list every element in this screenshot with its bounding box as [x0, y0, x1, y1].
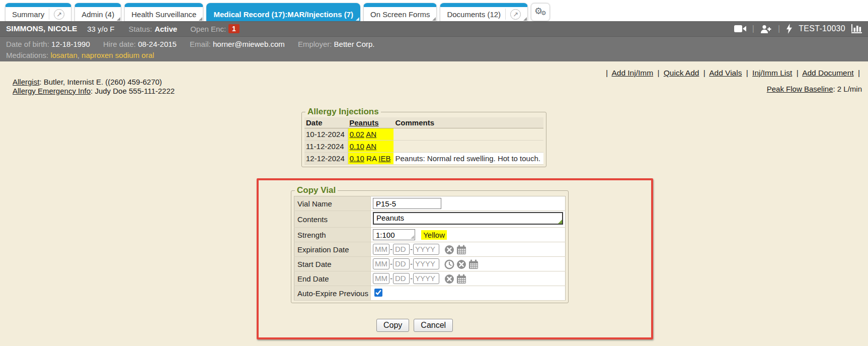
add-person-icon[interactable] [760, 25, 772, 33]
peak-flow-baseline-link[interactable]: Peak Flow Baseline [767, 85, 833, 93]
contents-textarea[interactable]: Peanuts [373, 212, 563, 225]
video-camera-icon[interactable] [734, 25, 746, 33]
expiration-year-input[interactable] [413, 244, 439, 255]
dob-value: 12-18-1990 [51, 40, 90, 48]
employer-value: Better Corp. [334, 40, 375, 48]
allergy-contacts: Allergist: Butler, Internist E. ((260) 4… [13, 78, 175, 95]
external-arrow-icon[interactable]: ↗ [54, 9, 64, 20]
medication-link[interactable]: naproxen sodium oral [82, 51, 154, 59]
clock-icon[interactable] [444, 259, 454, 269]
calendar-icon[interactable] [456, 274, 466, 284]
calendar-icon[interactable] [468, 259, 479, 269]
bar-chart-icon[interactable] [851, 24, 862, 33]
vial-name-input[interactable] [373, 198, 441, 209]
quick-add-link[interactable]: Quick Add [664, 68, 699, 77]
open-enc-label: Open Enc: [190, 25, 226, 33]
code-link[interactable]: AN [366, 142, 376, 151]
clear-circle-icon[interactable] [456, 259, 466, 269]
tab-divider [505, 9, 506, 20]
tab-summary[interactable]: Summary ↗ [5, 3, 71, 21]
injection-date: 12-12-2024 [304, 153, 348, 165]
tab-documents[interactable]: Documents (12) ↗ [440, 3, 528, 21]
injection-comment [393, 141, 543, 153]
injection-dose-cell: 0.10 AN [348, 141, 393, 153]
tab-health-surveillance[interactable]: Health Surveillance [124, 3, 203, 21]
injection-date: 10-12-2024 [304, 128, 348, 141]
patient-bar-actions: | | TEST-10030 [734, 24, 862, 34]
form-row-auto-expire: Auto-Expire Previous [294, 286, 566, 301]
expiration-day-input[interactable] [393, 244, 410, 255]
strength-color-note: Yellow [421, 230, 447, 240]
dialog-buttons: Copy Cancel [376, 319, 453, 332]
expiration-month-input[interactable] [373, 244, 389, 255]
auto-expire-checkbox[interactable] [374, 289, 382, 297]
allergist-link[interactable]: Allergist [13, 78, 39, 86]
allergy-injections-title: Allergy Injections [305, 107, 381, 117]
dose-link[interactable]: 0.10 [350, 142, 364, 151]
code-link[interactable]: AN [366, 130, 376, 139]
dose-link[interactable]: 0.02 [350, 130, 364, 139]
status-label: Status: [128, 25, 152, 33]
injection-dose-cell: 0.02 AN [348, 128, 393, 141]
code-link[interactable]: IEB [378, 154, 390, 163]
copy-button[interactable]: Copy [376, 319, 409, 332]
injection-comment [393, 128, 543, 141]
dose-link[interactable]: 0.10 [350, 154, 364, 163]
tab-medical-record[interactable]: Medical Record (17):MAR/Injections (7) [206, 3, 360, 21]
email-value: horner@mieweb.com [213, 40, 285, 48]
medications-label: Medications: [6, 51, 48, 59]
form-row-end-date: End Date -- [294, 271, 566, 286]
end-day-input[interactable] [393, 273, 410, 284]
link-separator: | [657, 68, 659, 77]
open-enc-badge[interactable]: 1 [228, 24, 240, 33]
allergy-injections-table: Date Peanuts Comments 10-12-2024 0.02 AN… [304, 117, 543, 165]
date-dash: - [410, 245, 413, 253]
status-value: Active [154, 25, 177, 33]
link-separator: | [703, 68, 705, 77]
allergy-emergency-info-link[interactable]: Allergy Emergency Info [13, 87, 91, 95]
end-year-input[interactable] [413, 273, 439, 284]
cancel-button[interactable]: Cancel [414, 319, 453, 332]
start-date-label: Start Date [294, 257, 371, 271]
table-header-row: Date Peanuts Comments [304, 117, 543, 128]
peanuts-column-link[interactable]: Peanuts [349, 118, 378, 127]
external-arrow-icon[interactable]: ↗ [510, 9, 521, 20]
clear-circle-icon[interactable] [444, 274, 454, 284]
lightning-bolt-icon[interactable] [786, 24, 793, 34]
add-vials-link[interactable]: Add Vials [709, 68, 742, 77]
clear-circle-icon[interactable] [444, 245, 454, 255]
add-document-link[interactable]: Add Document [802, 68, 854, 77]
medication-link[interactable]: losartan [50, 51, 77, 59]
tab-on-screen-forms[interactable]: On Screen Forms [363, 3, 437, 21]
start-month-input[interactable] [373, 258, 389, 269]
add-inj-imm-link[interactable]: Add Inj/Imm [611, 68, 653, 77]
end-month-input[interactable] [373, 273, 389, 284]
end-date-label: End Date [294, 271, 371, 286]
allergy-emergency-info-value: : Judy Doe 555-111-2222 [91, 87, 175, 95]
main-content: | Add Inj/Imm | Quick Add | Add Vials | … [0, 61, 868, 346]
dob-label: Date of birth: [6, 40, 49, 48]
allergist-value: : Butler, Internist E. ((260) 459-6270) [39, 78, 162, 86]
settings-gears-icon[interactable]: ⚙⚙ [531, 3, 550, 21]
system-id: TEST-10030 [799, 24, 845, 33]
tab-admin[interactable]: Admin (4) [74, 3, 121, 21]
auto-expire-label: Auto-Expire Previous [294, 286, 371, 301]
patient-bar: SIMMONS, NICOLE 33 y/o F Status: Active … [0, 21, 868, 36]
start-year-input[interactable] [413, 258, 439, 269]
vial-name-label: Vial Name [294, 196, 371, 211]
form-row-start-date: Start Date -- [294, 257, 566, 271]
start-day-input[interactable] [393, 258, 410, 269]
inj-imm-list-link[interactable]: Inj/Imm List [752, 68, 792, 77]
tab-divider [49, 9, 49, 20]
table-row: 12-12-2024 0.10 RA IEB Peanuts: Normal r… [304, 153, 543, 165]
calendar-icon[interactable] [456, 245, 466, 255]
form-row-strength: Strength Yellow [294, 228, 566, 242]
allergy-injections-section: Allergy Injections Date Peanuts Comments… [301, 107, 546, 167]
email-label: Email: [190, 40, 211, 48]
copy-vial-dialog: Copy Vial Vial Name Contents Peanuts Str… [291, 185, 569, 303]
column-header-date: Date [304, 117, 348, 128]
medication-separator: , [77, 51, 80, 59]
strength-input[interactable] [373, 229, 415, 240]
link-separator: | [797, 68, 799, 77]
tab-medical-record-label: Medical Record (17):MAR/Injections (7) [213, 10, 353, 19]
